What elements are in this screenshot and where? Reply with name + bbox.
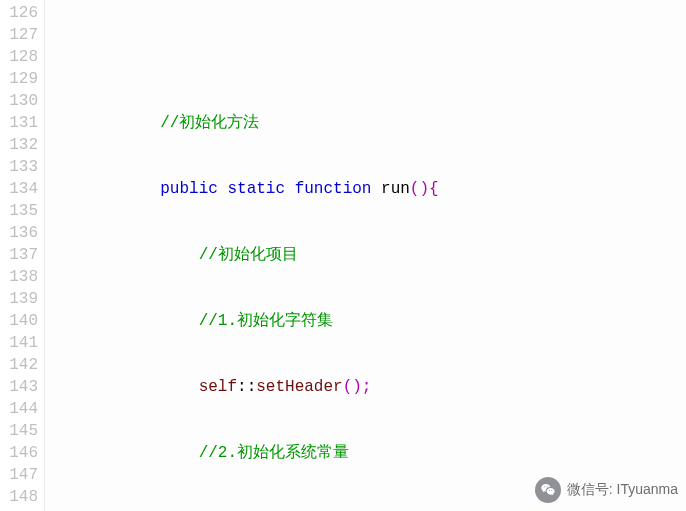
code-line: self::setHeader(); [45,376,439,398]
code-line: //初始化项目 [45,244,439,266]
comment: //1.初始化字符集 [199,312,333,330]
line-number: 135 [4,200,38,222]
line-number: 143 [4,376,38,398]
line-number: 140 [4,310,38,332]
line-number-gutter: 126 127 128 129 130 131 132 133 134 135 … [0,0,45,511]
line-number: 132 [4,134,38,156]
method-call: setHeader [256,378,342,396]
line-number: 148 [4,486,38,508]
line-number: 127 [4,24,38,46]
self-keyword: self [199,378,237,396]
line-number: 137 [4,244,38,266]
line-number: 136 [4,222,38,244]
line-number: 128 [4,46,38,68]
code-line: public static function run(){ [45,178,439,200]
code-area: //初始化方法 public static function run(){ //… [45,0,439,511]
wechat-badge: 微信号: ITyuanma [535,477,678,503]
line-number: 139 [4,288,38,310]
comment: //2.初始化系统常量 [199,444,349,462]
wechat-label: 微信号: ITyuanma [567,481,678,499]
comment: //初始化项目 [199,246,298,264]
code-line [45,46,439,68]
function-name: run [371,180,409,198]
wechat-icon [535,477,561,503]
line-number: 144 [4,398,38,420]
code-line: //2.初始化系统常量 [45,442,439,464]
scope-operator: :: [237,378,256,396]
code-line: //初始化方法 [45,112,439,134]
code-line: //1.初始化字符集 [45,310,439,332]
comment: //初始化方法 [160,114,259,132]
line-number: 147 [4,464,38,486]
line-number: 126 [4,2,38,24]
keyword: public static function [160,180,371,198]
line-number: 131 [4,112,38,134]
punctuation: (); [343,378,372,396]
code-editor: 126 127 128 129 130 131 132 133 134 135 … [0,0,686,511]
line-number: 130 [4,90,38,112]
line-number: 141 [4,332,38,354]
line-number: 134 [4,178,38,200]
line-number: 142 [4,354,38,376]
punctuation: (){ [410,180,439,198]
line-number: 146 [4,442,38,464]
line-number: 133 [4,156,38,178]
line-number: 145 [4,420,38,442]
line-number: 129 [4,68,38,90]
line-number: 138 [4,266,38,288]
